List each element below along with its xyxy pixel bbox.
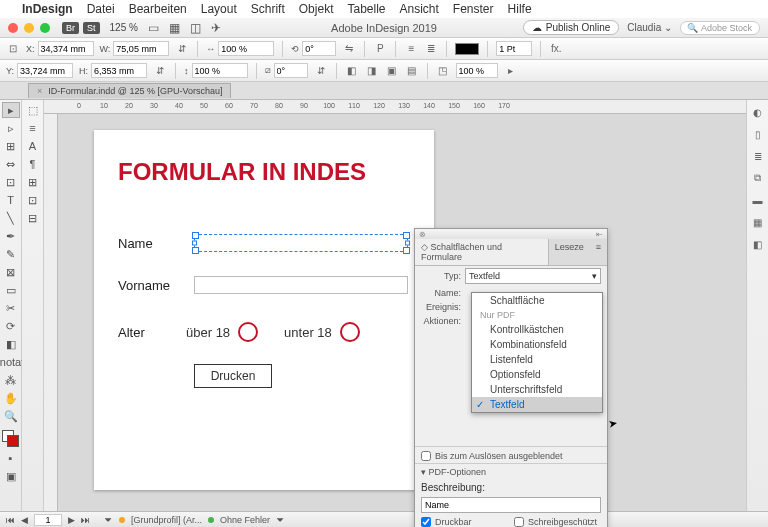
dd-item-unterschriftsfeld[interactable]: Unterschriftsfeld (472, 382, 602, 397)
menu-schrift[interactable]: Schrift (251, 2, 285, 16)
gap-tool-icon[interactable]: ⇔ (2, 156, 20, 172)
stroke-weight-field[interactable] (496, 41, 532, 56)
typ-select[interactable]: Textfeld▾ (465, 268, 601, 284)
note-tool-icon[interactable]: �annotations (2, 354, 20, 370)
menu-layout[interactable]: Layout (201, 2, 237, 16)
gpu-icon[interactable]: ✈ (211, 21, 221, 35)
prev-page-icon[interactable]: ◀ (21, 515, 28, 525)
swatches-panel-icon[interactable]: ▦ (750, 214, 766, 230)
y-position-field[interactable] (17, 63, 73, 78)
fx-icon[interactable]: fx. (549, 42, 563, 56)
prev-spread-icon[interactable]: ⏮ (6, 515, 15, 525)
panel-close-icon[interactable]: ⊗ (419, 230, 426, 239)
publish-online-button[interactable]: ☁ Publish Online (523, 20, 619, 35)
menu-tabelle[interactable]: Tabelle (347, 2, 385, 16)
dd-item-schaltflaeche[interactable]: Schaltfläche (472, 293, 602, 308)
next-spread-icon[interactable]: ⏭ (81, 515, 90, 525)
color-panel-icon[interactable]: ◧ (750, 236, 766, 252)
stroke-panel-icon[interactable]: ▬ (750, 192, 766, 208)
fullscreen-window-button[interactable] (40, 23, 50, 33)
panel-menu-icon[interactable]: ≡ (590, 239, 607, 265)
content-collector-icon[interactable]: ⊡ (2, 174, 20, 190)
x-position-field[interactable] (38, 41, 94, 56)
rotation-field[interactable] (302, 41, 336, 56)
beschreibung-field[interactable] (421, 497, 601, 513)
profile-status[interactable]: [Grundprofil] (Ar... (131, 515, 202, 525)
stock-chip[interactable]: St (83, 22, 100, 34)
radio-under18[interactable] (340, 322, 360, 342)
arrange-icon[interactable]: ◫ (190, 21, 201, 35)
menu-fenster[interactable]: Fenster (453, 2, 494, 16)
dd-item-kontrollkaestchen[interactable]: Kontrollkästchen (472, 322, 602, 337)
menu-objekt[interactable]: Objekt (299, 2, 334, 16)
menu-bearbeiten[interactable]: Bearbeiten (129, 2, 187, 16)
menu-hilfe[interactable]: Hilfe (508, 2, 532, 16)
transform-tool-icon[interactable]: ⟳ (2, 318, 20, 334)
app-name[interactable]: InDesign (22, 2, 73, 16)
opacity-field[interactable] (456, 63, 498, 78)
close-tab-icon[interactable]: × (37, 86, 42, 96)
adobe-stock-search[interactable]: 🔍 Adobe Stock (680, 21, 760, 35)
direct-selection-tool-icon[interactable]: ▹ (2, 120, 20, 136)
minimize-window-button[interactable] (24, 23, 34, 33)
horizontal-ruler[interactable]: 0 10 20 30 40 50 60 70 80 90 100 110 120… (44, 100, 746, 114)
name-input-frame[interactable] (194, 234, 408, 252)
scale-y-field[interactable] (192, 63, 248, 78)
width-field[interactable] (113, 41, 169, 56)
eyedropper-tool-icon[interactable]: ⁂ (2, 372, 20, 388)
pages-panel-icon[interactable]: ▯ (750, 126, 766, 142)
bridge-chip[interactable]: Br (62, 22, 79, 34)
view-options-icon[interactable]: ▭ (148, 21, 159, 35)
rectangle-tool-icon[interactable]: ▭ (2, 282, 20, 298)
preflight-status[interactable]: Ohne Fehler (220, 515, 270, 525)
menu-datei[interactable]: Datei (87, 2, 115, 16)
selection-tool-icon[interactable]: ▸ (2, 102, 20, 118)
dd-item-optionsfeld[interactable]: Optionsfeld (472, 367, 602, 382)
document-canvas[interactable]: 0 10 20 30 40 50 60 70 80 90 100 110 120… (44, 100, 746, 511)
page-tool-icon[interactable]: ⊞ (2, 138, 20, 154)
close-window-button[interactable] (8, 23, 18, 33)
print-button-frame[interactable]: Drucken (194, 364, 272, 388)
rectangle-frame-tool-icon[interactable]: ⊠ (2, 264, 20, 280)
hide-until-triggered-checkbox[interactable]: Bis zum Auslösen ausgeblendet (421, 451, 563, 461)
type-flow-icon[interactable]: P (373, 42, 387, 56)
flip-v-icon[interactable]: ⇵ (314, 64, 328, 78)
reference-point-icon[interactable]: ⊡ (6, 42, 20, 56)
preflight-menu-icon[interactable]: ⏷ (276, 515, 285, 525)
constrain-icon[interactable]: ⇵ (175, 42, 189, 56)
page-number-field[interactable] (34, 514, 62, 526)
vertical-ruler[interactable] (44, 114, 58, 511)
align-icons[interactable]: ≡ (404, 42, 418, 56)
properties-panel-icon[interactable]: ◐ (750, 104, 766, 120)
fill-stroke-swatch[interactable] (2, 430, 20, 448)
dd-item-listenfeld[interactable]: Listenfeld (472, 352, 602, 367)
dd-item-textfeld[interactable]: Textfeld (472, 397, 602, 412)
scissors-tool-icon[interactable]: ✂ (2, 300, 20, 316)
cc-libraries-icon[interactable]: ⬚ (24, 102, 42, 118)
dd-item-kombinationsfeld[interactable]: Kombinationsfeld (472, 337, 602, 352)
screen-mode-toggle-icon[interactable]: ▣ (2, 468, 20, 484)
apply-color-icon[interactable]: ▪ (2, 450, 20, 466)
panel-collapse-icon[interactable]: ⇤ (596, 230, 603, 239)
tab-buttons-forms[interactable]: ◇ Schaltflächen und Formulare (415, 239, 549, 265)
zoom-tool-icon[interactable]: 🔍 (2, 408, 20, 424)
links-panel-icon[interactable]: ⧉ (750, 170, 766, 186)
schreibgeschuetzt-checkbox[interactable]: Schreibgeschützt (514, 517, 601, 527)
gradient-tool-icon[interactable]: ◧ (2, 336, 20, 352)
zoom-display[interactable]: 125 % (110, 22, 138, 33)
layers-panel-icon[interactable]: ≣ (750, 148, 766, 164)
next-page-icon[interactable]: ▶ (68, 515, 75, 525)
type-tool-icon[interactable]: T (2, 192, 20, 208)
height-field[interactable] (91, 63, 147, 78)
druckbar-checkbox[interactable]: Druckbar (421, 517, 508, 527)
scale-x-field[interactable] (218, 41, 274, 56)
shear-field[interactable] (274, 63, 308, 78)
menu-ansicht[interactable]: Ansicht (400, 2, 439, 16)
pencil-tool-icon[interactable]: ✎ (2, 246, 20, 262)
hand-tool-icon[interactable]: ✋ (2, 390, 20, 406)
screen-mode-icon[interactable]: ▦ (169, 21, 180, 35)
vorname-input-frame[interactable] (194, 276, 408, 294)
radio-over18[interactable] (238, 322, 258, 342)
fill-swatch[interactable] (455, 43, 479, 55)
pen-tool-icon[interactable]: ✒ (2, 228, 20, 244)
